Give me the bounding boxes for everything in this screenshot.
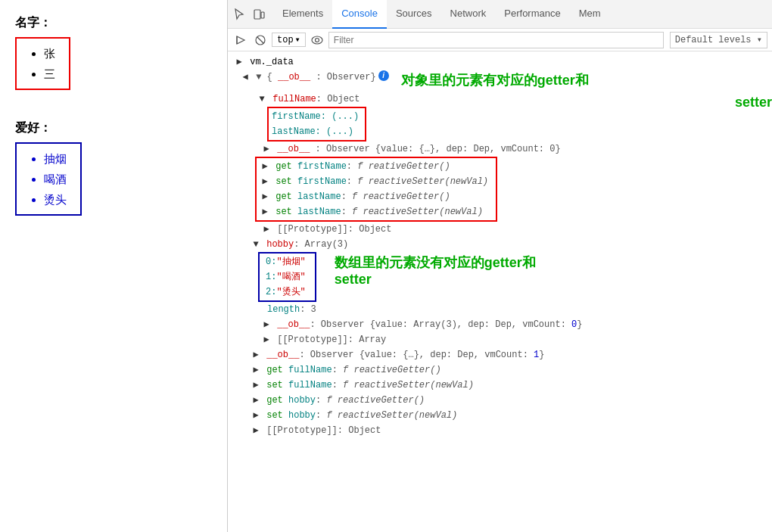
hobby-text: hobby: Array(3) [261, 238, 348, 251]
set-hobby-text: set hobby: f reactiveSetter(newVal) [261, 409, 457, 422]
length-line: length: 3 [228, 302, 772, 317]
execute-icon[interactable] [232, 32, 249, 48]
length-text: length: 3 [267, 303, 316, 316]
tab-network[interactable]: Network [441, 0, 496, 29]
vm-data-text: vm._data [244, 55, 294, 69]
devtools-panel: Elements Console Sources Network Perform… [227, 0, 772, 532]
proto-fullname-text: [[Prototype]]: Object [272, 222, 391, 236]
svg-rect-0 [254, 10, 260, 19]
get-fullname-text: get fullName: f reactiveGetter() [261, 363, 441, 377]
tab-sources[interactable]: Sources [387, 0, 441, 29]
tab-elements[interactable]: Elements [273, 0, 332, 29]
expand-ob-vm[interactable]: ▶ [251, 348, 261, 362]
ob-array-line: ▶ __ob__: Observer {value: Array(3), dep… [228, 317, 772, 332]
device-icon[interactable] [251, 6, 267, 23]
svg-rect-1 [261, 12, 264, 18]
ob-observer-line: ◀ ▼ { __ob__ : Observer} i 对象里的元素有对应的get… [228, 70, 772, 92]
fullname-text: fullName: Object [267, 92, 360, 106]
firstname-lastname-box: firstName: (...) lastName: (...) [267, 107, 366, 142]
expand-fullname[interactable]: ▼ [257, 92, 267, 106]
expand-proto-fullname[interactable]: ▶ [261, 222, 272, 236]
set-firstname-line: ▶ set firstName: f reactiveSetter(newVal… [260, 174, 493, 189]
top-selector[interactable]: top ▾ [272, 33, 306, 47]
ob-vmcount-line: ▶ __ob__: Observer {value: {…}, dep: Dep… [228, 347, 772, 362]
expand-ob-inner[interactable]: ▶ [261, 142, 272, 156]
expand-proto-array[interactable]: ▶ [261, 333, 272, 347]
expand-get-hobby[interactable]: ▶ [251, 394, 261, 407]
hobby-box: 抽烟 喝酒 烫头 [15, 142, 82, 216]
left-panel: 名字： 张 三 爱好： 抽烟 喝酒 烫头 [0, 0, 227, 532]
set-fullname-text: set fullName: f reactiveSetter(newVal) [261, 378, 474, 392]
svg-point-6 [312, 36, 322, 44]
prototype-fullname-line: ▶ [[Prototype]]: Object [228, 222, 723, 237]
top-arrow: ▾ [295, 34, 300, 45]
tab-icons [231, 6, 273, 23]
name-box: 张 三 [15, 37, 70, 90]
get-lastname-line: ▶ get lastName: f reactiveGetter() [260, 189, 493, 204]
tab-console[interactable]: Console [332, 0, 387, 29]
console-content[interactable]: ▶ vm._data ◀ ▼ { __ob__ : Observer} i 对象… [228, 51, 772, 532]
hobby-items-box: 0: "抽烟" 1: "喝酒" 2: "烫头" [258, 252, 316, 302]
expand-set-fullname[interactable]: ▶ [251, 378, 261, 392]
svg-marker-2 [237, 36, 244, 44]
expand-set-hobby[interactable]: ▶ [251, 409, 261, 422]
firstname-line: firstName: (...) [272, 109, 362, 124]
expand-proto-root[interactable]: ▶ [251, 424, 261, 437]
devtools-tabs: Elements Console Sources Network Perform… [228, 0, 772, 29]
hobby-item-0: 抽烟 [44, 148, 67, 169]
svg-line-5 [257, 37, 263, 43]
name-item-1: 三 [44, 64, 55, 84]
expand-ob-array[interactable]: ▶ [261, 318, 272, 331]
ob-array-text: __ob__: Observer {value: Array(3), dep: … [272, 318, 582, 331]
hobby-0-line: 0: "抽烟" [266, 254, 309, 269]
ob-observer-inner-line: ▶ __ob__ : Observer {value: {…}, dep: De… [228, 142, 723, 157]
annotation-setter: setter [735, 95, 772, 110]
expand-vm-data[interactable]: ▶ [234, 55, 244, 69]
vm-data-line: ▶ vm._data [228, 54, 772, 70]
expand-set-firstname[interactable]: ▶ [260, 175, 270, 188]
get-firstname-line: ▶ get firstName: f reativeGetter() [260, 159, 493, 174]
tab-performance[interactable]: Performance [495, 0, 569, 29]
expand-get-firstname[interactable]: ▶ [260, 160, 270, 173]
hobby-label: 爱好： [15, 120, 212, 136]
tab-mem[interactable]: Mem [570, 0, 610, 29]
expand-ob[interactable]: ◀ [240, 70, 251, 84]
ob-text: { __ob__ : Observer} [267, 70, 376, 84]
expand-set-lastname[interactable]: ▶ [260, 205, 270, 219]
expand-get-fullname[interactable]: ▶ [251, 363, 261, 377]
expand-hobby[interactable]: ▼ [251, 238, 261, 251]
default-levels[interactable]: Default levels ▾ [670, 32, 767, 48]
name-item-0: 张 [44, 43, 55, 64]
proto-root-text: [[Prototype]]: Object [261, 424, 381, 437]
top-label: top [277, 35, 294, 45]
set-fullname-line: ▶ set fullName: f reactiveSetter(newVal) [228, 378, 772, 393]
svg-point-7 [315, 38, 319, 42]
fullname-line: ▼ fullName: Object [228, 92, 723, 107]
getters-setters-box: ▶ get firstName: f reativeGetter() ▶ set… [255, 157, 497, 222]
devtools-toolbar: top ▾ Default levels ▾ [228, 29, 772, 51]
lastname-line: lastName: (...) [272, 124, 362, 139]
name-list: 张 三 [30, 43, 55, 84]
proto-array-text: [[Prototype]]: Array [272, 333, 386, 347]
set-lastname-line: ▶ set lastName: f reactiveSetter(newVal) [260, 204, 493, 219]
prototype-root-line: ▶ [[Prototype]]: Object [228, 423, 772, 438]
set-hobby-line: ▶ set hobby: f reactiveSetter(newVal) [228, 408, 772, 423]
hobby-item-1: 喝酒 [44, 169, 67, 189]
annotation-setter2: setter [335, 272, 536, 288]
hobby-item-2: 烫头 [44, 189, 67, 210]
clear-icon[interactable] [252, 32, 269, 48]
hobby-2-line: 2: "烫头" [266, 285, 309, 300]
info-icon: i [378, 70, 389, 81]
name-label: 名字： [15, 15, 212, 31]
expand-get-lastname[interactable]: ▶ [260, 190, 270, 204]
get-fullname-line: ▶ get fullName: f reactiveGetter() [228, 362, 772, 378]
get-hobby-line: ▶ get hobby: f reactiveGetter() [228, 393, 772, 408]
hobby-array-line: ▼ hobby: Array(3) [228, 237, 772, 252]
ob-vm-text: __ob__: Observer {value: {…}, dep: Dep, … [261, 348, 544, 362]
eye-icon[interactable] [309, 32, 325, 48]
annotation-no-getter-setter: 数组里的元素没有对应的getter和 [335, 254, 536, 272]
prototype-array-line: ▶ [[Prototype]]: Array [228, 332, 772, 347]
filter-input[interactable] [328, 32, 664, 48]
cursor-icon[interactable] [231, 6, 247, 23]
get-hobby-text: get hobby: f reactiveGetter() [261, 394, 425, 407]
